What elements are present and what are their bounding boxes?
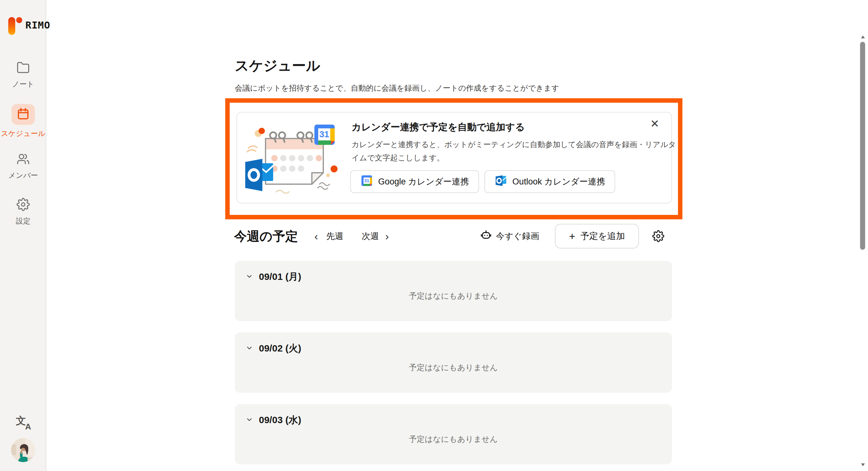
day-date: 09/02 (火) <box>259 342 301 355</box>
translate-icon: 文 A <box>16 415 30 430</box>
day-card: 09/02 (火) 予定はなにもありません <box>235 333 672 393</box>
scroll-up-arrow[interactable] <box>861 35 865 38</box>
chevron-right-icon[interactable]: › <box>384 231 390 241</box>
chevron-left-icon[interactable]: ‹ <box>313 231 319 241</box>
add-event-button[interactable]: + 予定を追加 <box>555 224 639 248</box>
sidebar-item-label: メンバー <box>8 171 38 180</box>
button-label: Google カレンダー連携 <box>378 176 469 187</box>
chevron-down-icon <box>246 344 253 353</box>
google-calendar-icon: 31 <box>361 174 373 189</box>
plus-icon: + <box>569 231 575 241</box>
rimo-logo-icon <box>8 15 22 35</box>
google-calendar-icon: 31 <box>314 125 335 145</box>
sidebar-item-settings[interactable]: 設定 <box>0 198 46 226</box>
active-pill <box>11 104 35 125</box>
prev-week-link[interactable]: 先週 <box>326 230 343 242</box>
empty-state-text: 予定はなにもありません <box>235 434 672 444</box>
user-avatar[interactable] <box>0 438 46 462</box>
day-card-toggle[interactable]: 09/01 (月) <box>235 261 672 283</box>
avatar <box>11 438 35 462</box>
empty-state-text: 予定はなにもありません <box>235 362 672 373</box>
language-switcher[interactable]: 文 A <box>0 415 46 430</box>
week-heading: 今週の予定 <box>234 228 298 245</box>
calendar-sync-card: 31 カレンダー連携で予定を自 <box>236 112 672 203</box>
sidebar-item-label: スケジュール <box>1 129 46 138</box>
banner-title: カレンダー連携で予定を自動で追加する <box>351 121 525 134</box>
day-card: 09/03 (水) 予定はなにもありません <box>235 404 672 464</box>
close-icon[interactable]: ✕ <box>650 118 659 129</box>
sidebar-item-label: 設定 <box>16 216 30 226</box>
sidebar-item-notes[interactable]: ノート <box>0 61 46 89</box>
calendar-icon <box>17 107 30 122</box>
scrollbar-thumb[interactable] <box>860 42 865 250</box>
chevron-down-icon <box>246 273 253 281</box>
users-icon <box>17 152 30 167</box>
robot-icon <box>480 230 492 243</box>
sidebar-item-label: ノート <box>12 79 34 89</box>
day-card-toggle[interactable]: 09/02 (火) <box>235 333 672 355</box>
sidebar-item-schedule[interactable]: スケジュール <box>0 104 46 138</box>
record-now-label: 今すぐ録画 <box>496 230 539 242</box>
day-card-toggle[interactable]: 09/03 (水) <box>235 404 672 427</box>
gear-icon <box>17 198 30 212</box>
folder-icon <box>17 61 30 75</box>
button-label: Outlook カレンダー連携 <box>513 176 605 187</box>
page-subtitle: 会議にボットを招待することで、自動的に会議を録画し、ノートの作成をすることができ… <box>235 83 559 93</box>
outlook-calendar-connect-button[interactable]: Outlook カレンダー連携 <box>485 170 615 193</box>
day-date: 09/01 (月) <box>259 270 301 283</box>
calendar-illustration: 31 <box>241 119 346 198</box>
week-actions: 今すぐ録画 + 予定を追加 <box>480 224 672 248</box>
day-card: 09/01 (月) 予定はなにもありません <box>235 261 672 321</box>
scroll-down-arrow[interactable] <box>861 463 865 466</box>
chevron-down-icon <box>246 416 253 425</box>
day-date: 09/03 (水) <box>259 414 301 427</box>
rimo-logo[interactable]: RIMO <box>8 15 51 35</box>
next-week-link[interactable]: 次週 <box>362 230 379 242</box>
week-navigation: ‹ 先週 次週 › <box>313 230 390 242</box>
record-now-button[interactable]: 今すぐ録画 <box>480 230 539 243</box>
svg-text:31: 31 <box>319 129 329 139</box>
vertical-scrollbar <box>860 0 866 471</box>
sidebar: RIMO ノート スケジュール <box>0 0 46 471</box>
outlook-icon <box>495 174 507 189</box>
sidebar-item-members[interactable]: メンバー <box>0 152 46 180</box>
banner-buttons: 31 Google カレンダー連携 Outlook カレンダ <box>350 170 615 193</box>
schedule-page: RIMO ノート スケジュール <box>0 0 868 471</box>
page-title: スケジュール <box>235 57 320 75</box>
google-calendar-connect-button[interactable]: 31 Google カレンダー連携 <box>350 170 479 193</box>
empty-state-text: 予定はなにもありません <box>235 291 672 301</box>
add-event-label: 予定を追加 <box>580 230 625 242</box>
week-header-row: 今週の予定 ‹ 先週 次週 › <box>234 223 672 250</box>
rimo-logo-text: RIMO <box>25 15 51 35</box>
schedule-settings-button[interactable] <box>652 230 664 242</box>
outlook-icon <box>245 159 274 191</box>
banner-description: カレンダーと連携すると、ボットがミーティングに自動参加して会議の音声を録画・リア… <box>351 138 680 165</box>
svg-text:31: 31 <box>364 178 369 183</box>
calendar-sync-banner-highlight: 31 カレンダー連携で予定を自 <box>225 98 682 219</box>
